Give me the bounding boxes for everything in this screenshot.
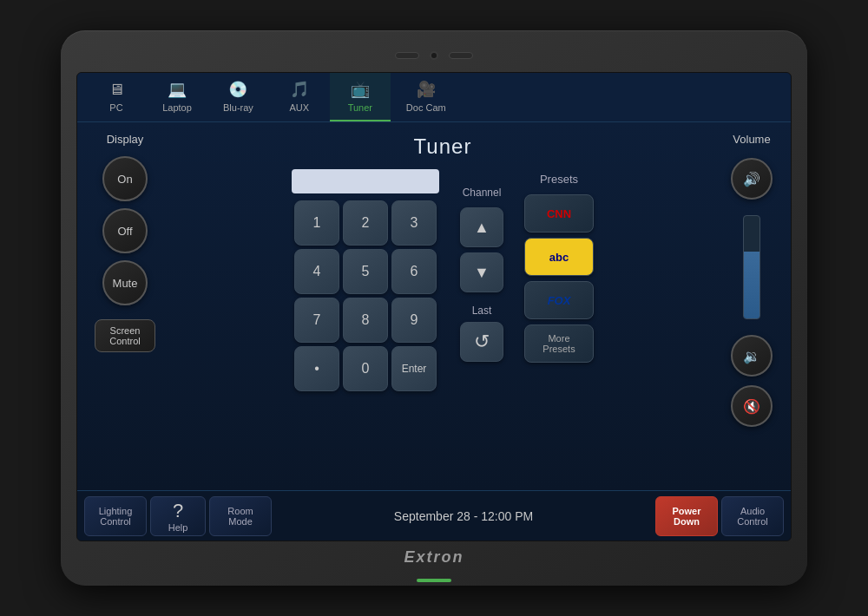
key-6[interactable]: 6 — [391, 249, 437, 294]
laptop-icon: 💻 — [168, 80, 187, 99]
doccam-icon: 🎥 — [417, 80, 436, 99]
screen-control-button[interactable]: ScreenControl — [95, 319, 155, 352]
channel-up-button[interactable]: ▲ — [460, 207, 503, 247]
display-off-button[interactable]: Off — [102, 208, 148, 253]
volume-down-button[interactable]: 🔉 — [731, 335, 773, 377]
preset-more-button[interactable]: MorePresets — [524, 324, 594, 363]
tuner-body: 1 2 3 4 5 6 7 8 9 • 0 Enter — [292, 169, 594, 391]
tab-tuner-label: Tuner — [348, 102, 372, 113]
key-8[interactable]: 8 — [343, 298, 388, 343]
presets-label: Presets — [540, 173, 578, 186]
volume-fill — [744, 252, 760, 318]
room-mode-button[interactable]: RoomMode — [209, 496, 272, 536]
key-7[interactable]: 7 — [294, 298, 339, 343]
tuner-content: Tuner 1 2 3 4 5 6 7 8 — [173, 122, 713, 490]
power-down-label: PowerDown — [672, 506, 700, 527]
tab-doccam-label: Doc Cam — [406, 102, 446, 113]
pc-icon: 🖥 — [108, 81, 124, 99]
tab-laptop[interactable]: 💻 Laptop — [147, 73, 207, 121]
key-9[interactable]: 9 — [391, 298, 437, 343]
key-enter[interactable]: Enter — [391, 346, 437, 391]
tab-tuner[interactable]: 📺 Tuner — [330, 73, 391, 121]
lighting-control-button[interactable]: LightingControl — [84, 496, 147, 536]
help-icon: ? — [173, 500, 183, 522]
channel-label: Channel — [463, 187, 502, 199]
help-label: Help — [168, 522, 188, 533]
volume-mute-button[interactable]: 🔇 — [731, 385, 773, 427]
indicator-right — [449, 52, 473, 59]
tab-bluray-label: Blu-ray — [223, 102, 253, 113]
tab-doccam[interactable]: 🎥 Doc Cam — [391, 73, 462, 121]
volume-bar — [743, 215, 760, 319]
preset-abc-button[interactable]: abc — [524, 238, 594, 276]
aux-icon: 🎵 — [290, 80, 309, 99]
screen: 🖥 PC 💻 Laptop 💿 Blu-ray 🎵 AUX 📺 Tuner 🎥 — [76, 72, 792, 541]
bluray-icon: 💿 — [228, 80, 247, 99]
channel-controls: Channel ▲ ▼ Last ↺ — [460, 187, 503, 362]
channel-display — [292, 169, 439, 193]
lighting-control-label: LightingControl — [99, 506, 133, 527]
tab-aux[interactable]: 🎵 AUX — [269, 73, 330, 121]
presets-section: Presets CNN abc FOX MorePresets — [524, 173, 594, 363]
tab-pc-label: PC — [109, 102, 122, 113]
key-3[interactable]: 3 — [391, 200, 437, 246]
key-dot[interactable]: • — [294, 346, 339, 391]
device-bottom: Extron — [76, 541, 792, 570]
display-label: Display — [107, 133, 144, 146]
key-4[interactable]: 4 — [294, 249, 339, 294]
device-body: 🖥 PC 💻 Laptop 💿 Blu-ray 🎵 AUX 📺 Tuner 🎥 — [61, 30, 807, 586]
source-tabs: 🖥 PC 💻 Laptop 💿 Blu-ray 🎵 AUX 📺 Tuner 🎥 — [77, 73, 791, 122]
audio-control-button[interactable]: AudioControl — [721, 496, 784, 536]
display-on-button[interactable]: On — [102, 156, 148, 201]
datetime-display: September 28 - 12:00 PM — [275, 509, 652, 523]
tuner-icon: 📺 — [351, 80, 370, 99]
display-mute-button[interactable]: Mute — [102, 260, 148, 305]
bottom-bar: LightingControl ? Help RoomMode Septembe… — [77, 490, 791, 541]
indicator-left — [395, 52, 419, 59]
key-1[interactable]: 1 — [294, 200, 339, 246]
brand-logo: Extron — [404, 548, 464, 567]
tab-laptop-label: Laptop — [162, 102, 192, 113]
help-button[interactable]: ? Help — [150, 496, 206, 536]
tab-bluray[interactable]: 💿 Blu-ray — [207, 73, 269, 121]
audio-control-label: AudioControl — [737, 506, 767, 527]
preset-cnn-button[interactable]: CNN — [524, 194, 594, 233]
keypad-grid: 1 2 3 4 5 6 7 8 9 • 0 Enter — [294, 200, 437, 391]
power-indicator — [417, 579, 451, 582]
power-down-button[interactable]: PowerDown — [655, 496, 718, 536]
volume-panel: Volume 🔊 🔉 🔇 — [713, 122, 791, 490]
camera — [430, 51, 438, 60]
keypad-section: 1 2 3 4 5 6 7 8 9 • 0 Enter — [292, 169, 439, 391]
device-top-bar — [76, 46, 792, 65]
key-2[interactable]: 2 — [343, 200, 388, 246]
key-5[interactable]: 5 — [343, 249, 388, 294]
key-0[interactable]: 0 — [343, 346, 388, 391]
last-button[interactable]: ↺ — [460, 322, 503, 362]
screen-control-label: ScreenControl — [109, 325, 140, 346]
main-content: Display On Off Mute ScreenControl Tuner … — [77, 122, 791, 490]
last-section: Last ↺ — [460, 305, 503, 362]
channel-down-button[interactable]: ▼ — [460, 252, 503, 292]
page-title: Tuner — [414, 134, 472, 159]
tab-aux-label: AUX — [290, 102, 310, 113]
volume-label: Volume — [733, 133, 770, 146]
display-panel: Display On Off Mute ScreenControl — [77, 122, 173, 490]
room-mode-label: RoomMode — [227, 506, 253, 527]
last-label: Last — [472, 305, 492, 317]
tab-pc[interactable]: 🖥 PC — [86, 73, 147, 121]
preset-fox-button[interactable]: FOX — [524, 281, 594, 319]
volume-up-button[interactable]: 🔊 — [731, 158, 773, 200]
